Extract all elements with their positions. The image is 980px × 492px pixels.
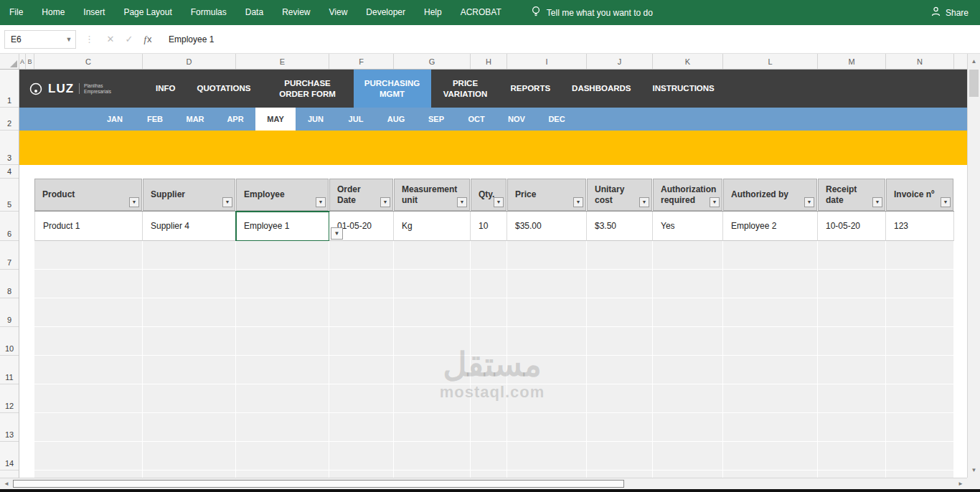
empty-cell[interactable] [653, 442, 723, 470]
cell-receipt-date[interactable]: 10-05-20 [818, 212, 886, 241]
row-header-1[interactable]: 1 [0, 70, 19, 108]
header-cell-authorized-by[interactable]: Authorized by▼ [723, 179, 818, 211]
month-tab-oct[interactable]: OCT [456, 108, 496, 131]
empty-cell[interactable] [653, 241, 723, 270]
nav-item-purchasing-mgmt[interactable]: PURCHASING MGMT [354, 70, 431, 108]
empty-cell[interactable] [394, 413, 471, 442]
tab-formulas[interactable]: Formulas [182, 0, 236, 25]
empty-cell[interactable] [723, 442, 818, 470]
empty-cell[interactable] [587, 270, 653, 298]
tab-view[interactable]: View [320, 0, 357, 25]
empty-cell[interactable] [471, 442, 507, 470]
tab-page-layout[interactable]: Page Layout [114, 0, 181, 25]
empty-cell[interactable] [587, 442, 653, 470]
filter-dropdown-icon[interactable]: ▼ [222, 197, 232, 207]
filter-dropdown-icon[interactable]: ▼ [494, 197, 504, 207]
empty-cell[interactable] [818, 298, 886, 327]
column-header-f[interactable]: F [329, 54, 394, 69]
tell-me-box[interactable]: Tell me what you want to do [531, 6, 653, 19]
empty-cell[interactable] [653, 327, 723, 356]
month-tab-mar[interactable]: MAR [175, 108, 215, 131]
column-header-k[interactable]: K [653, 54, 723, 69]
empty-cell[interactable] [653, 356, 723, 384]
empty-cell[interactable] [886, 270, 954, 298]
empty-cell[interactable] [723, 356, 818, 384]
empty-cell[interactable] [471, 270, 507, 298]
empty-cell[interactable] [329, 470, 394, 478]
empty-cell[interactable] [723, 413, 818, 442]
filter-dropdown-icon[interactable]: ▼ [710, 197, 720, 207]
empty-cell[interactable] [394, 384, 471, 413]
horizontal-scrollbar[interactable]: ◄ ► [0, 478, 967, 489]
cell-invoice-number[interactable]: 123 [886, 212, 954, 241]
share-button[interactable]: Share [931, 6, 969, 19]
month-tab-sep[interactable]: SEP [416, 108, 456, 131]
tab-home[interactable]: Home [32, 0, 74, 25]
row-header-14[interactable]: 14 [0, 442, 19, 470]
column-header-l[interactable]: L [723, 54, 818, 69]
empty-cell[interactable] [394, 327, 471, 356]
empty-cell[interactable] [394, 470, 471, 478]
scroll-left-icon[interactable]: ◄ [1, 478, 12, 489]
empty-cell[interactable] [653, 413, 723, 442]
empty-cell[interactable] [394, 241, 471, 270]
month-tab-nov[interactable]: NOV [496, 108, 537, 131]
empty-cell[interactable] [818, 442, 886, 470]
tab-data[interactable]: Data [236, 0, 273, 25]
column-header-d[interactable]: D [143, 54, 236, 69]
empty-cell[interactable] [818, 384, 886, 413]
header-cell-invoice-number[interactable]: Invoice nº▼ [886, 179, 954, 211]
empty-cell[interactable] [471, 298, 507, 327]
empty-cell[interactable] [329, 442, 394, 470]
row-header-5[interactable]: 5 [0, 179, 19, 212]
row-header-10[interactable]: 10 [0, 327, 19, 356]
empty-cell[interactable] [818, 241, 886, 270]
empty-cell[interactable] [507, 413, 587, 442]
empty-cell[interactable] [886, 298, 954, 327]
filter-dropdown-icon[interactable]: ▼ [129, 197, 139, 207]
empty-cell[interactable] [34, 384, 143, 413]
column-header-e[interactable]: E [236, 54, 329, 69]
month-tab-jul[interactable]: JUL [336, 108, 376, 131]
empty-cell[interactable] [818, 356, 886, 384]
scroll-right-icon[interactable]: ► [955, 478, 966, 489]
empty-cell[interactable] [34, 413, 143, 442]
formula-input[interactable]: Employee 1 [169, 34, 980, 44]
row-header-9[interactable]: 9 [0, 298, 19, 327]
empty-cell[interactable] [886, 413, 954, 442]
empty-cell[interactable] [587, 327, 653, 356]
empty-cell[interactable] [723, 270, 818, 298]
filter-dropdown-icon[interactable]: ▼ [804, 197, 814, 207]
empty-cell[interactable] [329, 241, 394, 270]
empty-cell[interactable] [329, 384, 394, 413]
empty-cell[interactable] [723, 384, 818, 413]
empty-cell[interactable] [471, 470, 507, 478]
month-tab-jan[interactable]: JAN [95, 108, 135, 131]
empty-cell[interactable] [143, 241, 236, 270]
cell-unitary-cost[interactable]: $3.50 [587, 212, 653, 241]
filter-dropdown-icon[interactable]: ▼ [380, 197, 390, 207]
filter-dropdown-icon[interactable]: ▼ [941, 197, 951, 207]
header-cell-receipt-date[interactable]: Receipt date▼ [818, 179, 886, 211]
cell-authorization-required[interactable]: Yes [653, 212, 723, 241]
filter-dropdown-icon[interactable]: ▼ [872, 197, 882, 207]
empty-cell[interactable] [329, 298, 394, 327]
row-header-12[interactable]: 12 [0, 384, 19, 413]
empty-cell[interactable] [471, 241, 507, 270]
empty-cell[interactable] [34, 270, 143, 298]
empty-cell[interactable] [143, 384, 236, 413]
empty-cell[interactable] [653, 384, 723, 413]
confirm-entry-icon[interactable]: ✓ [120, 30, 138, 49]
empty-cell[interactable] [143, 442, 236, 470]
month-tab-feb[interactable]: FEB [135, 108, 175, 131]
empty-cell[interactable] [236, 384, 329, 413]
header-cell-employee[interactable]: Employee▼ [236, 179, 329, 211]
empty-cell[interactable] [394, 298, 471, 327]
column-header-n[interactable]: N [886, 54, 954, 69]
select-all-corner[interactable] [0, 54, 19, 69]
empty-cell[interactable] [587, 356, 653, 384]
month-tab-apr[interactable]: APR [215, 108, 255, 131]
empty-cell[interactable] [587, 413, 653, 442]
empty-cell[interactable] [587, 241, 653, 270]
empty-cell[interactable] [143, 270, 236, 298]
